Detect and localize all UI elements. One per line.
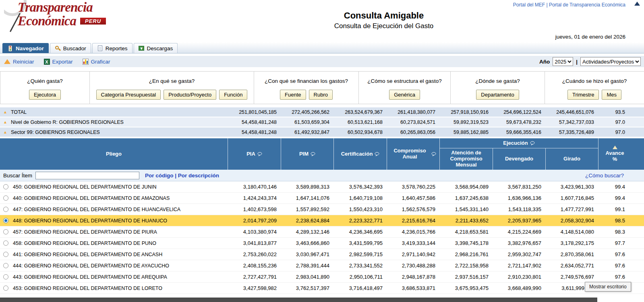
row-value: 3,762,517,397: [281, 285, 333, 291]
table-row[interactable]: 450: GOBIERNO REGIONAL DEL DEPARTAMENTO …: [0, 181, 644, 193]
link-portal-transparencia[interactable]: Portal de Transparencia Económica: [549, 2, 625, 8]
current-date: jueves, 01 de enero del 2026: [555, 34, 625, 40]
filter-button-categoria-presupuestal[interactable]: Categoría Presupuestal: [96, 90, 161, 100]
row-value: 3,431,599,795: [333, 240, 387, 246]
filter-button-producto-proyecto[interactable]: Producto/Proyecto: [164, 90, 216, 100]
transparencia-economica-logo: Transparencia Económica PERU: [4, 0, 137, 36]
table-row[interactable]: 457: GOBIERNO REGIONAL DEL DEPARTAMENTO …: [0, 226, 644, 238]
summary-value: 54,458,481,248: [228, 119, 281, 125]
table-row[interactable]: 440: GOBIERNO REGIONAL DEL DEPARTAMENTO …: [0, 193, 644, 204]
row-avance-value: 99.4: [598, 195, 644, 201]
row-value: 2,733,341,552: [333, 263, 387, 269]
comment-balloon-icon[interactable]: [375, 152, 379, 156]
comment-balloon-icon[interactable]: [530, 141, 535, 146]
filter-button-mes[interactable]: Mes: [602, 90, 621, 100]
row-avance-value: 99.1: [598, 206, 644, 212]
row-label-cell: 444: GOBIERNO REGIONAL DEL DEPARTAMENTO …: [0, 263, 228, 269]
page-header: Transparencia Económica PERU Portal del …: [0, 0, 644, 43]
filter-button-trimestre[interactable]: Trimestre: [567, 90, 599, 100]
expand-triangle-icon[interactable]: ▲: [3, 130, 7, 134]
row-radio[interactable]: [3, 252, 8, 257]
row-radio[interactable]: [3, 286, 8, 291]
tab-label: Reportes: [106, 45, 128, 51]
how-to-search-link[interactable]: ¿Cómo buscar?: [585, 173, 624, 179]
row-value: 1,636,966,136: [493, 195, 545, 201]
tab-buscador[interactable]: Buscador: [50, 43, 91, 53]
column-header-compromiso-anual: Compromiso Anual: [387, 138, 439, 170]
year-select[interactable]: 2025: [553, 57, 573, 66]
query-group-estructura: ¿Cómo se estructura el gasto? Genérica: [359, 72, 451, 104]
link-portal-mef[interactable]: Portal del MEF: [513, 2, 545, 8]
table-row[interactable]: 441: GOBIERNO REGIONAL DEL DEPARTAMENTO …: [0, 249, 644, 260]
summary-value: 61,492,932,847: [281, 129, 333, 135]
row-radio[interactable]: [3, 218, 8, 223]
summary-row: ▲Nivel de Gobierno R: GOBIERNOS REGIONAL…: [0, 117, 644, 127]
row-radio[interactable]: [3, 184, 8, 189]
row-radio[interactable]: [3, 274, 8, 279]
search-label: Buscar Ítem: [3, 173, 32, 179]
row-value: 2,948,167,878: [387, 274, 439, 280]
table-row[interactable]: 453: GOBIERNO REGIONAL DEL DEPARTAMENTO …: [0, 283, 644, 294]
filter-button-ejecutora[interactable]: Ejecutora: [29, 90, 61, 100]
filter-button-rubro[interactable]: Rubro: [309, 90, 333, 100]
search-input[interactable]: [35, 172, 139, 179]
summary-value: 57,335,726,489: [545, 129, 598, 135]
filter-button-funcion[interactable]: Función: [219, 90, 247, 100]
row-value: 1,607,716,845: [545, 195, 598, 201]
row-radio[interactable]: [3, 207, 8, 212]
tab-navegador[interactable]: Navegador: [2, 43, 49, 53]
row-value: 4,218,653,581: [439, 229, 493, 235]
table-row[interactable]: 444: GOBIERNO REGIONAL DEL DEPARTAMENTO …: [0, 260, 644, 271]
filter-button-departamento[interactable]: Departamento: [476, 90, 519, 100]
tab-reportes[interactable]: Reportes: [92, 43, 133, 53]
row-radio[interactable]: [3, 240, 8, 246]
graficar-button[interactable]: Graficar: [83, 59, 110, 65]
summary-label: TOTAL: [11, 109, 27, 115]
row-label-cell: 453: GOBIERNO REGIONAL DEL DEPARTAMENTO …: [0, 286, 228, 291]
column-group-ejecucion: Ejecución: [439, 138, 598, 148]
column-header-girado: Girado: [545, 148, 598, 170]
table-row[interactable]: 443: GOBIERNO REGIONAL DEL DEPARTAMENTO …: [0, 271, 644, 283]
graficar-label: Graficar: [91, 59, 110, 65]
row-value: 3,567,831,250: [493, 184, 545, 190]
column-header-pim: PIM: [281, 138, 333, 170]
comment-balloon-icon[interactable]: [431, 152, 436, 156]
row-value: 2,211,433,652: [439, 218, 493, 224]
row-value: 2,721,147,902: [493, 263, 545, 269]
expand-triangle-icon[interactable]: ▲: [3, 110, 7, 114]
row-radio[interactable]: [3, 229, 8, 234]
exportar-button[interactable]: X Exportar: [44, 59, 73, 65]
query-question: ¿Dónde se gasta?: [452, 74, 543, 88]
scroll-top-icon[interactable]: [634, 2, 640, 6]
column-header-avance: Avance %: [598, 138, 644, 170]
row-radio[interactable]: [3, 263, 8, 268]
row-value: 4,215,224,669: [493, 229, 545, 235]
row-value: 2,730,488,288: [387, 263, 439, 269]
row-value: 2,634,052,771: [545, 263, 598, 269]
row-value: 1,477,727,991: [545, 206, 598, 212]
comment-balloon-icon[interactable]: [311, 152, 315, 156]
summary-value: 263,524,679,367: [333, 109, 387, 115]
sort-triangle-icon[interactable]: [613, 146, 617, 149]
row-value: 3,419,333,144: [387, 240, 439, 246]
table-row[interactable]: 448: GOBIERNO REGIONAL DEL DEPARTAMENTO …: [0, 215, 644, 226]
row-value: 3,398,745,178: [439, 240, 493, 246]
row-value: 2,870,358,061: [545, 251, 598, 257]
table-row[interactable]: 458: GOBIERNO REGIONAL DEL DEPARTAMENTO …: [0, 238, 644, 249]
filter-button-fuente[interactable]: Fuente: [280, 90, 306, 100]
column-header-devengado: Devengado: [493, 148, 545, 170]
type-select[interactable]: Actividades/Proyectos: [580, 57, 641, 66]
reiniciar-button[interactable]: Reiniciar: [4, 59, 34, 65]
tab-descargas[interactable]: ▼ Descargas: [134, 43, 178, 53]
search-by-code-link[interactable]: Por código: [145, 173, 174, 179]
row-radio[interactable]: [3, 195, 8, 201]
table-row[interactable]: 447: GOBIERNO REGIONAL DEL DEPARTAMENTO …: [0, 204, 644, 215]
row-value: 2,722,158,958: [439, 263, 493, 269]
search-by-description-link[interactable]: Por descripción: [178, 173, 219, 179]
filter-button-generica[interactable]: Genérica: [389, 90, 420, 100]
comment-balloon-icon[interactable]: [257, 152, 262, 156]
expand-triangle-icon[interactable]: ▲: [3, 120, 7, 124]
summary-value: 245,446,651,076: [545, 109, 598, 115]
row-label: 443: GOBIERNO REGIONAL DEL DEPARTAMENTO …: [13, 274, 167, 280]
row-value: 3,463,666,860: [281, 240, 333, 246]
